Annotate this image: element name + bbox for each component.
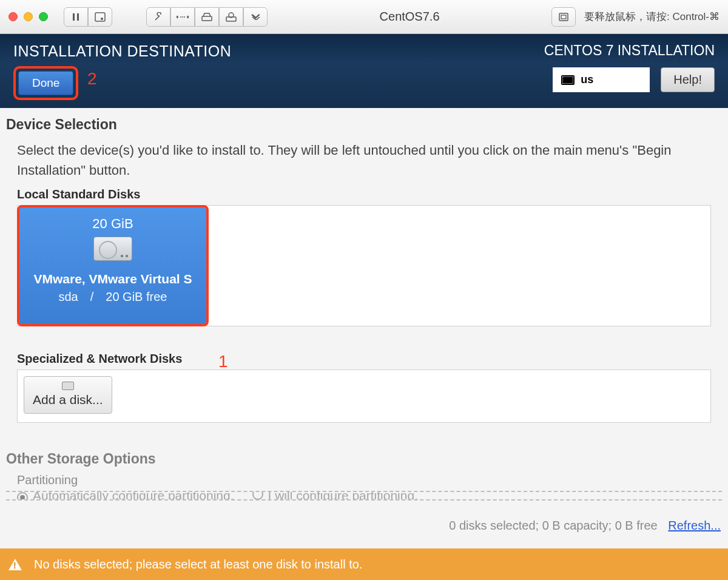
local-disks-label: Local Standard Disks [6,187,722,201]
radio-icon [252,491,263,500]
add-disk-button[interactable]: Add a disk... [24,376,112,414]
keyboard-layout-selector[interactable]: us [553,67,650,92]
warning-bar: No disks selected; please select at leas… [0,548,728,580]
annotation-box-2: Done [13,66,78,100]
device-selection-heading: Device Selection [6,116,722,133]
local-disks-pane: 20 GiB VMware, VMware Virtual S sda / 20… [17,205,711,326]
vm-devices-group [146,7,268,27]
refresh-link[interactable]: Refresh... [668,519,721,532]
disk-tile-sda[interactable]: 20 GiB VMware, VMware Virtual S sda / 20… [17,205,209,326]
snapshot-button[interactable] [88,7,112,27]
svg-rect-1 [77,13,79,21]
main-content: Device Selection Select the device(s) yo… [0,108,728,580]
keyboard-layout-value: us [581,73,593,86]
partitioning-label: Partitioning [6,473,722,487]
disk-device: sda [59,290,78,304]
disk-size: 20 GiB [92,216,133,232]
installer-brand: CENTOS 7 INSTALLATION [544,42,715,59]
device-selection-description: Select the device(s) you'd like to insta… [6,139,722,180]
window-controls [8,12,48,21]
vm-control-group [64,7,112,27]
pause-button[interactable] [64,7,88,27]
vm-title: CentOS7.6 [272,10,547,24]
network-disks-pane: Add a disk... [17,369,711,423]
mac-titlebar: CentOS7.6 要释放鼠标，请按: Control-⌘ [0,0,728,34]
zoom-window-button[interactable] [39,12,48,21]
svg-rect-2 [95,13,105,21]
disk-model: VMware, VMware Virtual S [33,272,192,286]
help-button[interactable]: Help! [661,67,715,92]
page-title: INSTALLATION DESTINATION [13,42,231,60]
optical-device-button[interactable] [219,7,243,27]
more-devices-button[interactable] [243,7,268,27]
disk-device-button[interactable] [195,7,219,27]
svg-rect-0 [73,13,75,21]
resize-button[interactable] [170,7,195,27]
fullscreen-button[interactable] [551,7,576,27]
tools-button[interactable] [146,7,170,27]
annotation-step-1: 1 [218,352,228,371]
add-disk-label: Add a disk... [33,393,103,407]
mouse-release-hint: 要释放鼠标，请按: Control-⌘ [584,10,720,24]
network-disks-label: Specialized & Network Disks [6,352,722,366]
svg-rect-10 [559,13,568,21]
disk-meta-sep: / [90,290,94,304]
svg-point-4 [180,16,181,18]
other-storage-heading: Other Storage Options [6,451,722,467]
disk-free: 20 GiB free [106,290,167,304]
keyboard-icon [561,75,575,85]
svg-rect-11 [561,15,566,19]
warning-message: No disks selected; please select at leas… [34,558,362,572]
svg-rect-7 [202,16,212,21]
minimize-window-button[interactable] [24,12,33,21]
svg-point-3 [101,18,103,20]
warning-icon [8,559,22,570]
annotation-step-2: 2 [87,69,97,89]
svg-point-6 [184,16,185,18]
disk-meta: sda / 20 GiB free [59,290,167,304]
radio-manual-partition[interactable]: I will configure partitioning. [252,491,418,501]
partitioning-options: Automatically configure partitioning. I … [6,491,722,501]
installer-header: INSTALLATION DESTINATION Done CENTOS 7 I… [0,34,728,108]
add-disk-icon [62,382,74,390]
close-window-button[interactable] [8,12,18,21]
hdd-icon [93,237,132,261]
radio-auto-partition[interactable]: Automatically configure partitioning. [17,491,234,501]
done-button[interactable]: Done [18,71,73,95]
svg-point-5 [182,16,183,18]
radio-icon [17,492,28,501]
selection-summary: 0 disks selected; 0 B capacity; 0 B free… [449,519,721,533]
selection-summary-text: 0 disks selected; 0 B capacity; 0 B free [449,519,658,532]
